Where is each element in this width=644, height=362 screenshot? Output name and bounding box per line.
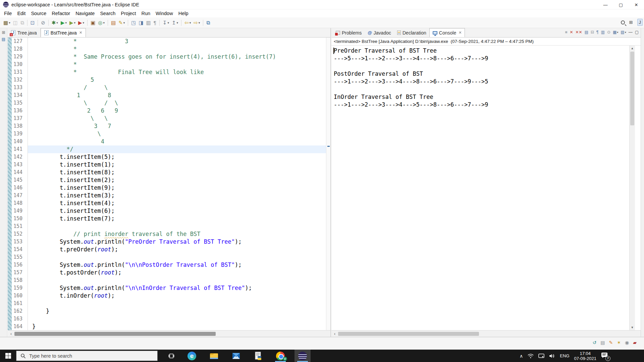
scroll-left-arrow[interactable]: ‹ <box>8 331 14 336</box>
code-line[interactable]: 135 \ / \ <box>8 99 330 107</box>
code-line[interactable]: 154 t.preOrder(root); <box>8 246 330 253</box>
sync-view-icon[interactable]: ↺ <box>593 340 597 345</box>
tab-problems[interactable]: Problems <box>333 28 365 37</box>
open-perspective-button[interactable]: ⊞ <box>628 19 635 26</box>
code-line[interactable]: 164} <box>8 323 330 330</box>
menu-navigate[interactable]: Navigate <box>73 10 97 17</box>
console-clear-console-icon[interactable]: ▤ <box>585 30 588 35</box>
progress-icon[interactable]: ◉ <box>625 340 629 345</box>
tab-declaration[interactable]: Declaration <box>394 28 429 37</box>
menu-file[interactable]: File <box>1 10 14 17</box>
package-explorer-icon[interactable]: ▤ <box>0 37 7 42</box>
console-vertical-scrollbar[interactable]: ▲ ▼ <box>629 46 635 330</box>
console-show-stdout-icon[interactable]: ▥ <box>601 30 605 35</box>
code-line[interactable]: 151 <box>8 223 330 230</box>
code-line[interactable]: 129 * Same Process goes on for insert(4)… <box>8 53 330 61</box>
console-scroll-lock-icon[interactable]: ⊟ <box>591 30 594 35</box>
toolbar-open-console-tool-icon[interactable]: ⊡ <box>30 19 36 27</box>
toolbar-show-annotations-icon[interactable]: ▥ <box>145 19 152 27</box>
scroll-down-arrow[interactable]: ▼ <box>630 326 635 329</box>
java-perspective-button[interactable]: J <box>637 19 643 26</box>
taskbar-clock[interactable]: 17:04 07-09-2021 <box>574 351 597 361</box>
search-icon[interactable] <box>621 20 625 24</box>
taskbar-app-eclipse[interactable] <box>294 350 311 362</box>
code-line[interactable]: 148 t.insertItem(4); <box>8 199 330 207</box>
wifi-icon[interactable] <box>528 354 534 358</box>
menu-window[interactable]: Window <box>153 10 176 17</box>
code-line[interactable]: 136 2 6 9 <box>8 107 330 115</box>
console-hscroll-thumb[interactable] <box>338 332 479 336</box>
code-line[interactable]: 133 / \ <box>8 84 330 92</box>
toolbar-skip-breakpoints-icon[interactable]: ⊘ <box>40 19 46 27</box>
code-editor[interactable]: 127 * 3128 *129 * Same Process goes on f… <box>8 38 330 330</box>
toolbar-new-class-icon[interactable]: ◎▾ <box>97 19 106 27</box>
notification-center-button[interactable]: 7 <box>601 352 608 360</box>
toolbar-run-icon[interactable]: ▶▾ <box>60 19 68 27</box>
toolbar-new-java-project-icon[interactable]: ▣ <box>90 19 96 27</box>
console-vscroll-thumb[interactable] <box>630 52 634 125</box>
toolbar-link-editor-icon[interactable]: ⧉ <box>205 19 211 27</box>
scroll-up-arrow[interactable]: ▲ <box>630 47 635 50</box>
toolbar-highlight-icon[interactable]: ✎▾ <box>117 19 126 27</box>
minimize-button[interactable]: — <box>598 0 613 9</box>
tab-bsttree-java[interactable]: JBstTree.java✕ <box>41 28 86 37</box>
restore-panel-icon[interactable]: ⊞ <box>0 30 7 35</box>
code-line[interactable]: 152 // print inorder traversal of the BS… <box>8 230 330 238</box>
language-indicator[interactable]: ENG <box>560 353 569 358</box>
code-line[interactable]: 158 <box>8 277 330 284</box>
code-line[interactable]: 162 } <box>8 307 330 315</box>
code-line[interactable]: 127 * 3 <box>8 38 330 45</box>
overview-icon[interactable]: ▤ <box>600 340 605 345</box>
menu-search[interactable]: Search <box>97 10 118 17</box>
smart-insert-icon[interactable]: ✶ <box>617 340 621 345</box>
console-open-console-icon[interactable]: ▧▾ <box>621 30 626 35</box>
code-line[interactable]: 139 \ <box>8 130 330 138</box>
code-line[interactable]: 130 * <box>8 61 330 68</box>
code-line[interactable]: 159 System.out.println("\n\nInOrder Trav… <box>8 284 330 292</box>
scroll-left-arrow[interactable]: ‹ <box>331 331 338 336</box>
taskbar-search-input[interactable]: Type here to search <box>16 351 158 361</box>
menu-refactor[interactable]: Refactor <box>49 10 73 17</box>
code-line[interactable]: 144 t.insertItem(8); <box>8 169 330 176</box>
code-line[interactable]: 156 System.out.println("\n\nPostOrder Tr… <box>8 261 330 269</box>
taskbar-app-file-explorer[interactable] <box>206 350 222 362</box>
toolbar-prev-annotation-icon[interactable]: ↥▾ <box>171 19 179 27</box>
perspective-mini-icon[interactable]: ▰ <box>633 340 637 345</box>
menu-help[interactable]: Help <box>176 10 191 17</box>
toolbar-forward-icon[interactable]: ⇨▾ <box>193 19 201 27</box>
code-line[interactable]: 140 4 <box>8 138 330 145</box>
editor-horizontal-scrollbar[interactable]: ‹ <box>8 330 330 337</box>
toolbar-debug-icon[interactable]: ✱▾ <box>51 19 59 27</box>
code-line[interactable]: 132 5 <box>8 76 330 84</box>
taskbar-app-chrome[interactable]: U <box>272 350 288 362</box>
code-line[interactable]: 150 t.insertItem(7); <box>8 215 330 223</box>
tray-chevron-icon[interactable]: ∧ <box>520 353 523 359</box>
menu-run[interactable]: Run <box>139 10 153 17</box>
toolbar-snapshot-icon[interactable]: ◳ <box>130 19 137 27</box>
console-display-console-icon[interactable]: ▦▾ <box>613 30 618 35</box>
code-line[interactable]: 145 t.insertItem(2); <box>8 176 330 184</box>
edit-mode-icon[interactable]: ✎ <box>609 340 613 345</box>
toolbar-profile-icon[interactable]: ▶▾ <box>77 19 85 27</box>
close-button[interactable]: ✕ <box>629 0 644 9</box>
console-pin-console-icon[interactable]: ⊙ <box>607 30 610 35</box>
code-line[interactable]: 146 t.insertItem(9); <box>8 184 330 192</box>
tab-javadoc[interactable]: @Javadoc <box>365 28 394 37</box>
code-line[interactable]: 143 t.insertItem(1); <box>8 161 330 169</box>
console-output[interactable]: PreOrder Traversal of BST Tree--->5--->1… <box>331 46 633 330</box>
code-line[interactable]: 161 <box>8 300 330 307</box>
console-horizontal-scrollbar[interactable]: ‹ <box>331 330 641 337</box>
code-line[interactable]: 155 <box>8 253 330 261</box>
display-cast-icon[interactable] <box>538 354 544 358</box>
overview-ruler[interactable] <box>326 38 330 330</box>
toolbar-save-icon[interactable]: ◫ <box>12 19 19 27</box>
toolbar-next-annotation-icon[interactable]: ↧▾ <box>162 19 170 27</box>
code-line[interactable]: 128 * <box>8 45 330 53</box>
menu-project[interactable]: Project <box>118 10 139 17</box>
toolbar-back-icon[interactable]: ⇦▾ <box>183 19 192 27</box>
toolbar-open-task-icon[interactable]: ▤ <box>110 19 117 27</box>
taskbar-app-python-document[interactable] <box>250 350 266 362</box>
menu-edit[interactable]: Edit <box>14 10 28 17</box>
tab-tree-java[interactable]: JxTree.java <box>8 28 41 37</box>
code-line[interactable]: 138 3 7 <box>8 122 330 130</box>
